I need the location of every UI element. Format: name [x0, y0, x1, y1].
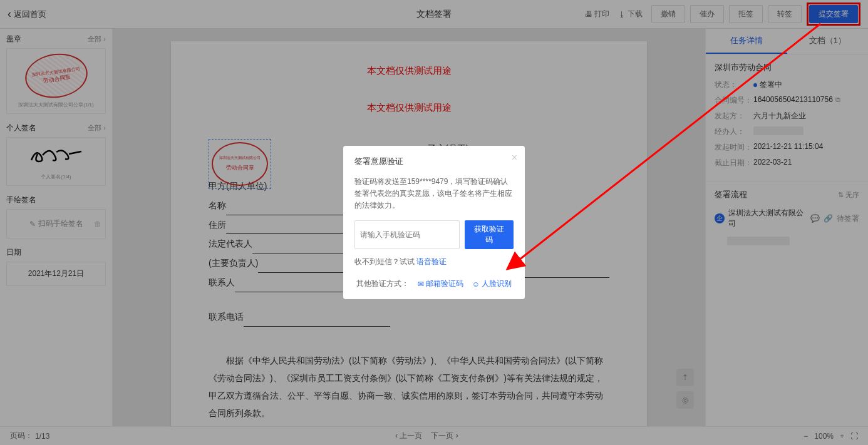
modal-desc: 验证码将发送至159****9479，填写验证码确认签署代表您的真实意愿，该电子…: [354, 176, 514, 212]
get-code-button[interactable]: 获取验证码: [465, 220, 514, 249]
face-verify-link[interactable]: ☺人脸识别: [472, 279, 512, 289]
close-icon[interactable]: ×: [512, 152, 517, 163]
sms-code-input[interactable]: [354, 220, 460, 249]
mail-icon: ✉: [418, 280, 424, 289]
modal-overlay: × 签署意愿验证 验证码将发送至159****9479，填写验证码确认签署代表您…: [0, 0, 868, 445]
sms-hint: 收不到短信？试试 语音验证: [354, 257, 514, 267]
modal-title: 签署意愿验证: [354, 156, 514, 167]
verify-modal: × 签署意愿验证 验证码将发送至159****9479，填写验证码确认签署代表您…: [343, 146, 525, 300]
voice-verify-link[interactable]: 语音验证: [416, 257, 447, 266]
other-verify: 其他验证方式： ✉邮箱验证码 ☺人脸识别: [354, 279, 514, 289]
face-icon: ☺: [472, 280, 480, 289]
email-verify-link[interactable]: ✉邮箱验证码: [418, 279, 463, 289]
